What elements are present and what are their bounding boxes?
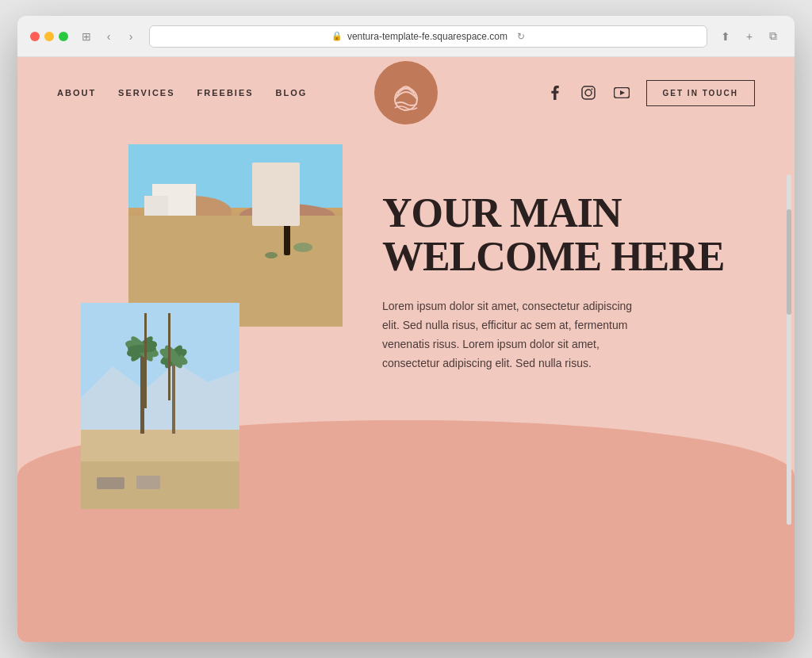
svg-point-12 — [293, 243, 312, 252]
svg-point-17 — [278, 212, 297, 219]
scrollbar[interactable] — [787, 174, 791, 526]
svg-marker-5 — [620, 90, 625, 95]
address-bar[interactable]: 🔒 ventura-template-fe.squarespace.com ↻ — [149, 25, 707, 48]
svg-rect-1 — [582, 86, 595, 99]
logo-container[interactable] — [374, 61, 438, 124]
sidebar-toggle-button[interactable]: ⊞ — [78, 28, 95, 45]
nav-services[interactable]: SERVICES — [118, 88, 174, 98]
heading-line1: YOUR MAIN — [382, 190, 622, 235]
browser-controls: ⊞ ‹ › — [78, 28, 140, 45]
svg-rect-23 — [97, 477, 124, 489]
nav-freebies[interactable]: FREEBIES — [197, 88, 254, 98]
get-in-touch-button[interactable]: GET IN TOUCH — [646, 80, 755, 106]
svg-point-13 — [265, 252, 278, 258]
svg-point-16 — [282, 212, 293, 224]
hero-content: YOUR MAIN WELCOME HERE Lorem ipsum dolor… — [17, 128, 795, 509]
desert-scene — [128, 144, 343, 327]
new-tab-button[interactable]: + — [741, 28, 758, 45]
lock-icon: 🔒 — [331, 31, 343, 41]
svg-rect-24 — [136, 476, 160, 489]
back-button[interactable]: ‹ — [100, 28, 117, 45]
traffic-lights — [30, 32, 68, 41]
forward-button[interactable]: › — [122, 28, 140, 45]
desert-image — [128, 144, 343, 327]
nav-blog[interactable]: BLOG — [276, 88, 308, 98]
svg-rect-18 — [283, 209, 291, 217]
svg-point-3 — [591, 89, 592, 90]
tabs-overview-button[interactable]: ⧉ — [764, 28, 782, 45]
url-text: ventura-template-fe.squarespace.com — [347, 31, 508, 42]
close-button[interactable] — [30, 32, 40, 41]
palms-scene — [81, 303, 239, 509]
website-content: ABOUT SERVICES FREEBIES BLOG — [17, 57, 795, 642]
svg-rect-31 — [172, 358, 175, 434]
nav-about[interactable]: ABOUT — [57, 88, 96, 98]
welcome-heading: YOUR MAIN WELCOME HERE — [382, 192, 731, 278]
facebook-icon[interactable] — [546, 84, 564, 101]
text-section: YOUR MAIN WELCOME HERE Lorem ipsum dolor… — [382, 144, 731, 373]
logo[interactable] — [374, 61, 438, 124]
palms-image — [81, 303, 239, 509]
browser-actions: ⬆ + ⧉ — [717, 28, 782, 45]
instagram-icon[interactable] — [580, 84, 597, 101]
images-section — [81, 144, 335, 509]
browser-window: ⊞ ‹ › 🔒 ventura-template-fe.squarespace.… — [17, 16, 795, 642]
svg-point-2 — [585, 90, 592, 96]
browser-chrome: ⊞ ‹ › 🔒 ventura-template-fe.squarespace.… — [17, 16, 795, 57]
navigation: ABOUT SERVICES FREEBIES BLOG — [17, 57, 795, 128]
logo-svg — [382, 69, 430, 117]
svg-point-30 — [128, 345, 156, 353]
svg-rect-25 — [140, 350, 144, 434]
minimize-button[interactable] — [44, 32, 54, 41]
welcome-body: Lorem ipsum dolor sit amet, consectetur … — [382, 297, 652, 373]
refresh-icon[interactable]: ↻ — [517, 31, 525, 42]
youtube-icon[interactable] — [613, 84, 630, 101]
scrollbar-thumb[interactable] — [787, 209, 791, 315]
maximize-button[interactable] — [59, 32, 68, 41]
nav-left: ABOUT SERVICES FREEBIES BLOG — [57, 88, 307, 98]
svg-rect-15 — [284, 224, 290, 255]
heading-line2: WELCOME HERE — [382, 234, 725, 279]
share-button[interactable]: ⬆ — [717, 28, 734, 45]
nav-right: GET IN TOUCH — [546, 80, 755, 106]
svg-point-14 — [279, 213, 295, 226]
